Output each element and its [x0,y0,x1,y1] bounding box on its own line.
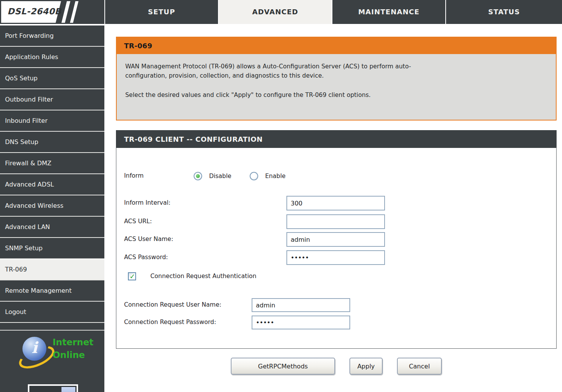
acs-url-input[interactable] [286,214,385,229]
sidebar-item-tr069[interactable]: TR-069 [0,259,104,280]
connection-password-input[interactable] [252,316,350,329]
sidebar-item-logout[interactable]: Logout [0,302,104,323]
inform-disable-radio[interactable] [194,172,202,180]
sidebar-item-advanced-wireless[interactable]: Advanced Wireless [0,195,104,217]
acs-url-row: ACS URL: [116,214,556,230]
acs-username-input[interactable] [286,232,385,247]
tab-setup[interactable]: SETUP [104,0,218,24]
acs-username-row: ACS User Name: [116,232,556,248]
internet-globe-icon: i [22,337,46,361]
globe-info-glyph: i [22,338,46,356]
inform-enable-label: Enable [265,173,286,180]
connection-password-row: Connection Request Password: [116,316,556,331]
sidebar-item-snmp-setup[interactable]: SNMP Setup [0,238,104,259]
sidebar-item-advanced-lan[interactable]: Advanced LAN [0,217,104,238]
internet-status-badge: i Internet Online [0,330,104,389]
inform-enable-radio[interactable] [250,172,258,180]
sidebar-cutoff-image [28,384,78,392]
acs-password-row: ACS Password: [116,250,556,266]
inform-row: Inform Disable Enable [116,172,556,187]
connection-username-row: Connection Request User Name: [116,298,556,314]
connection-username-input[interactable] [252,298,350,312]
top-navigation-bar: DSL-2640B SETUP ADVANCED MAINTENANCE STA… [0,0,562,24]
status-line2: Online [53,349,94,361]
inform-label: Inform [124,172,144,179]
sidebar-item-port-forwarding[interactable]: Port Forwarding [0,25,104,47]
device-logo: DSL-2640B [1,1,103,23]
sidebar-item-remote-management[interactable]: Remote Management [0,280,104,302]
sidebar-item-inbound-filter[interactable]: Inbound Filter [0,110,104,132]
action-button-row: GetRPCMethods Apply Cancel [116,358,557,375]
description-paragraph-2: Select the desired values and click "App… [125,90,434,100]
sidebar-item-application-rules[interactable]: Application Rules [0,47,104,68]
tr069-config-form: Inform Disable Enable Inform Interval: A… [116,148,557,349]
acs-password-label: ACS Password: [124,254,168,261]
sidebar-item-firewall-dmz[interactable]: Firewall & DMZ [0,153,104,174]
apply-button[interactable]: Apply [349,358,383,375]
sidebar-item-outbound-filter[interactable]: Outbound Filter [0,89,104,110]
sidebar-menu: Port Forwarding Application Rules QoS Se… [0,25,104,392]
acs-username-label: ACS User Name: [124,236,173,243]
device-model-label: DSL-2640B [7,7,61,16]
status-line1: Internet [53,336,94,349]
inform-interval-label: Inform Interval: [124,199,170,206]
auth-checkbox-row: Connection Request Authentication [116,272,556,288]
connection-username-label: Connection Request User Name: [124,301,221,308]
acs-password-input[interactable] [286,250,385,265]
inform-interval-row: Inform Interval: [116,196,556,211]
sidebar-item-advanced-adsl[interactable]: Advanced ADSL [0,174,104,195]
connection-request-auth-label: Connection Request Authentication [150,273,256,280]
cancel-button[interactable]: Cancel [397,358,442,375]
section-title: TR-069 CLIENT -- CONFIGURATION [116,130,557,148]
tab-advanced[interactable]: ADVANCED [218,0,332,24]
get-rpc-methods-button[interactable]: GetRPCMethods [231,358,335,375]
description-paragraph-1: WAN Management Protocol (TR-069) allows … [125,62,434,80]
acs-url-label: ACS URL: [124,218,152,225]
sidebar-item-qos-setup[interactable]: QoS Setup [0,68,104,89]
inform-interval-input[interactable] [286,196,385,210]
sidebar-item-dns-setup[interactable]: DNS Setup [0,132,104,153]
tab-status[interactable]: STATUS [445,0,562,24]
page-description: WAN Management Protocol (TR-069) allows … [116,54,557,120]
tab-maintenance[interactable]: MAINTENANCE [332,0,445,24]
page-title: TR-069 [116,37,557,54]
connection-password-label: Connection Request Password: [124,319,216,326]
connection-request-auth-checkbox[interactable] [128,272,136,280]
sidebar-cutoff-detail [61,387,75,392]
internet-status-label: Internet Online [53,336,94,361]
inform-disable-label: Disable [209,173,232,180]
